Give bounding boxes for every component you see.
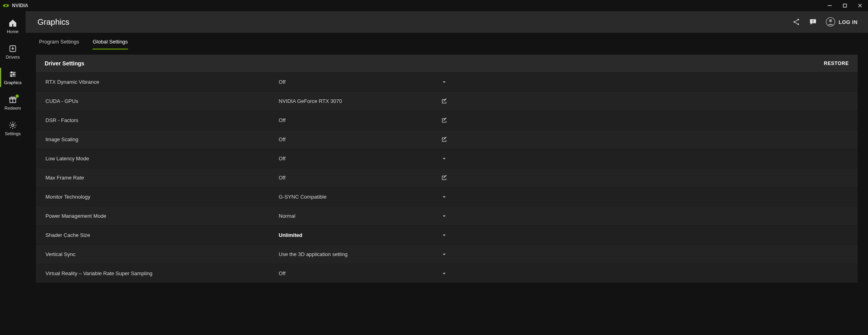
setting-row[interactable]: Image ScalingOff	[36, 130, 858, 149]
sidebar-item-settings[interactable]: Settings	[0, 116, 26, 141]
setting-row[interactable]: Power Management ModeNormal	[36, 206, 858, 225]
page-header: Graphics	[26, 11, 868, 33]
svg-point-11	[11, 75, 12, 77]
svg-point-0	[5, 5, 7, 7]
chevron-down-icon	[441, 194, 447, 200]
setting-value: NVIDIA GeForce RTX 3070	[279, 98, 438, 104]
svg-point-15	[12, 124, 14, 126]
dropdown-toggle[interactable]	[438, 194, 450, 200]
sidebar-item-label: Graphics	[4, 80, 22, 85]
sidebar-item-graphics[interactable]: Graphics	[0, 65, 26, 90]
chevron-down-icon	[441, 233, 447, 238]
svg-line-19	[795, 20, 798, 22]
brand-text: NVIDIA	[12, 3, 28, 8]
window-maximize-button[interactable]	[839, 2, 850, 10]
setting-value: Unlimited	[279, 232, 438, 238]
chevron-down-icon	[441, 213, 447, 219]
tab-label: Program Settings	[39, 39, 79, 45]
edit-button[interactable]	[438, 117, 450, 124]
edit-icon	[441, 136, 447, 143]
setting-row[interactable]: Low Latency ModeOff	[36, 149, 858, 168]
settings-rows: RTX Dynamic VibranceOffCUDA - GPUsNVIDIA…	[36, 72, 858, 283]
avatar-icon	[826, 17, 835, 27]
gear-icon	[8, 121, 17, 130]
feedback-button[interactable]	[809, 18, 817, 26]
svg-point-9	[11, 72, 12, 73]
chevron-down-icon	[441, 252, 447, 257]
svg-point-10	[13, 73, 15, 75]
sidebar-item-redeem[interactable]: Redeem	[0, 90, 26, 116]
titlebar: NVIDIA	[0, 0, 868, 11]
setting-label: Max Frame Rate	[45, 175, 279, 181]
dropdown-toggle[interactable]	[438, 271, 450, 276]
svg-point-17	[797, 19, 799, 20]
notification-badge-icon	[16, 95, 19, 98]
edit-button[interactable]	[438, 136, 450, 143]
setting-value: Off	[279, 136, 438, 142]
dropdown-toggle[interactable]	[438, 79, 450, 85]
sidebar-item-home[interactable]: Home	[0, 14, 26, 39]
sidebar-item-label: Drivers	[6, 55, 20, 59]
edit-icon	[441, 175, 447, 181]
setting-row[interactable]: Monitor TechnologyG-SYNC Compatible	[36, 187, 858, 206]
download-icon	[8, 44, 17, 53]
brand-logo: NVIDIA	[2, 3, 28, 8]
feedback-icon	[809, 18, 817, 26]
chevron-down-icon	[441, 156, 447, 162]
setting-value: G-SYNC Compatible	[279, 194, 438, 200]
setting-label: Low Latency Mode	[45, 156, 279, 162]
tab-program-settings[interactable]: Program Settings	[39, 39, 79, 49]
edit-button[interactable]	[438, 175, 450, 181]
setting-value: Off	[279, 270, 438, 276]
edit-icon	[441, 117, 447, 124]
window-close-button[interactable]	[854, 2, 866, 10]
section-header: Driver Settings RESTORE	[36, 55, 858, 72]
home-icon	[8, 19, 17, 28]
svg-rect-22	[813, 22, 813, 23]
dropdown-toggle[interactable]	[438, 213, 450, 219]
setting-label: Power Management Mode	[45, 213, 279, 219]
svg-point-24	[829, 20, 832, 22]
dropdown-toggle[interactable]	[438, 252, 450, 257]
sliders-icon	[8, 70, 17, 79]
chevron-down-icon	[441, 271, 447, 276]
setting-value: Off	[279, 175, 438, 181]
window-minimize-button[interactable]	[824, 2, 835, 10]
share-icon	[792, 18, 800, 26]
svg-point-18	[797, 24, 799, 25]
setting-row[interactable]: RTX Dynamic VibranceOff	[36, 72, 858, 91]
setting-label: Image Scaling	[45, 136, 279, 142]
sidebar: Home Drivers Graphics	[0, 11, 26, 335]
sidebar-item-label: Home	[7, 29, 18, 34]
tab-global-settings[interactable]: Global Settings	[93, 39, 128, 49]
setting-label: CUDA - GPUs	[45, 98, 279, 104]
tabs: Program Settings Global Settings	[26, 33, 868, 49]
setting-value: Normal	[279, 213, 438, 219]
setting-label: Monitor Technology	[45, 194, 279, 200]
sidebar-item-label: Redeem	[4, 106, 21, 110]
setting-row[interactable]: Max Frame RateOff	[36, 168, 858, 187]
page-title: Graphics	[37, 18, 69, 27]
svg-line-20	[795, 22, 798, 24]
setting-row[interactable]: Virtual Reality – Variable Rate Super Sa…	[36, 264, 858, 283]
dropdown-toggle[interactable]	[438, 233, 450, 238]
setting-value: Off	[279, 117, 438, 123]
setting-row[interactable]: CUDA - GPUsNVIDIA GeForce RTX 3070	[36, 91, 858, 110]
restore-button[interactable]: RESTORE	[824, 61, 849, 66]
setting-row[interactable]: Shader Cache SizeUnlimited	[36, 225, 858, 244]
setting-row[interactable]: Vertical SyncUse the 3D application sett…	[36, 244, 858, 264]
login-button[interactable]: LOG IN	[826, 17, 858, 27]
nvidia-eye-icon	[2, 3, 10, 8]
settings-panel: Driver Settings RESTORE RTX Dynamic Vibr…	[36, 55, 858, 283]
setting-label: Virtual Reality – Variable Rate Super Sa…	[45, 270, 279, 276]
svg-rect-21	[813, 20, 813, 22]
svg-rect-2	[843, 4, 846, 7]
dropdown-toggle[interactable]	[438, 156, 450, 162]
setting-row[interactable]: DSR - FactorsOff	[36, 110, 858, 130]
share-button[interactable]	[792, 18, 800, 26]
edit-button[interactable]	[438, 98, 450, 104]
setting-value: Use the 3D application setting	[279, 251, 438, 257]
sidebar-item-drivers[interactable]: Drivers	[0, 39, 26, 65]
login-label: LOG IN	[838, 19, 858, 25]
edit-icon	[441, 98, 447, 104]
